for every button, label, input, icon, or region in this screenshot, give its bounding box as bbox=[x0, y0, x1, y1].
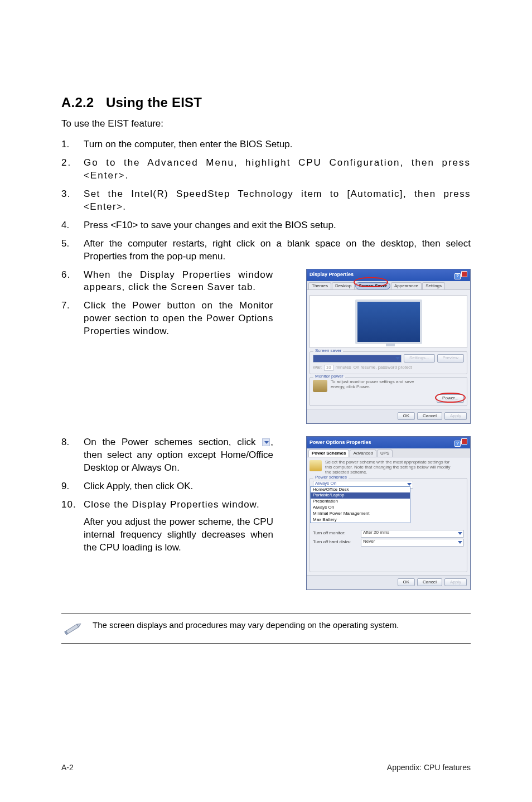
chevron-down-icon bbox=[262, 438, 270, 446]
win2-ok-button[interactable]: OK bbox=[398, 578, 415, 587]
win1-ok-button[interactable]: OK bbox=[398, 412, 415, 421]
scheme-option[interactable]: Presentation bbox=[311, 499, 410, 505]
step-8: On the Power schemes section, click , th… bbox=[61, 436, 273, 475]
power-options-window: Power Options Properties ? Power Schemes… bbox=[306, 436, 471, 590]
tab-power-schemes[interactable]: Power Schemes bbox=[308, 450, 349, 457]
step-10: Close the Display Properties window. Aft… bbox=[61, 499, 273, 554]
screensaver-group-label: Screen saver bbox=[313, 349, 343, 354]
turn-off-monitor-label: Turn off monitor: bbox=[313, 531, 357, 536]
window-controls[interactable]: ? bbox=[454, 271, 467, 279]
step-7: Click the Power button on the Monitor po… bbox=[61, 299, 273, 338]
note-text: The screen displays and procedures may v… bbox=[93, 614, 399, 636]
step-6: When the Display Properties window appea… bbox=[61, 269, 273, 294]
turn-off-hd-select[interactable]: Never bbox=[361, 539, 464, 547]
win1-apply-button[interactable]: Apply bbox=[444, 412, 467, 421]
wait-minutes: minutes bbox=[336, 365, 351, 370]
tab-settings[interactable]: Settings bbox=[422, 282, 445, 290]
monitor-power-note: To adjust monitor power settings and sav… bbox=[331, 380, 425, 390]
wait-label: Wait bbox=[313, 365, 322, 370]
step-2: Go to the Advanced Menu, highlight CPU C… bbox=[61, 157, 471, 182]
monitor-power-group-label: Monitor power bbox=[313, 374, 345, 379]
screensaver-preview bbox=[309, 295, 467, 348]
page-footer: A-2 Appendix: CPU features bbox=[61, 763, 471, 772]
win1-cancel-button[interactable]: Cancel bbox=[417, 412, 442, 421]
power-button-highlight bbox=[435, 393, 466, 403]
scheme-option[interactable]: Home/Office Desk bbox=[311, 487, 410, 493]
step-3: Set the Intel(R) SpeedStep Technology it… bbox=[61, 188, 471, 214]
step-9: Click Apply, then click OK. bbox=[61, 480, 273, 493]
scheme-option[interactable]: Max Battery bbox=[311, 517, 410, 523]
win1-title: Display Properties bbox=[309, 272, 354, 278]
win2-cancel-button[interactable]: Cancel bbox=[417, 578, 442, 587]
window-controls[interactable]: ? bbox=[454, 438, 467, 447]
tab-desktop[interactable]: Desktop bbox=[332, 282, 355, 290]
wait-value[interactable]: 10 bbox=[324, 365, 333, 371]
footer-page-number: A-2 bbox=[61, 763, 74, 772]
intro-text: To use the EIST feature: bbox=[61, 118, 471, 129]
win2-apply-button[interactable]: Apply bbox=[444, 578, 467, 587]
footer-chapter: Appendix: CPU features bbox=[387, 763, 471, 772]
section-title-text: Using the EIST bbox=[106, 95, 202, 110]
turn-off-hd-label: Turn off hard disks: bbox=[313, 540, 357, 545]
scheme-option[interactable]: Portable/Laptop bbox=[311, 492, 410, 499]
tab-advanced[interactable]: Advanced bbox=[350, 450, 376, 457]
power-schemes-group-label: Power schemes bbox=[313, 475, 349, 480]
scheme-option[interactable]: Minimal Power Management bbox=[311, 511, 410, 517]
win2-title: Power Options Properties bbox=[309, 440, 371, 446]
note-box: The screen displays and procedures may v… bbox=[61, 613, 471, 644]
power-icon bbox=[309, 460, 322, 471]
section-number: A.2.2 bbox=[61, 95, 106, 110]
tab-ups[interactable]: UPS bbox=[377, 450, 393, 457]
tab-appearance[interactable]: Appearance bbox=[391, 282, 422, 290]
scheme-option[interactable]: Always On bbox=[311, 505, 410, 511]
win2-desc: Select the power scheme with the most ap… bbox=[325, 460, 453, 475]
step-list: Turn on the computer, then enter the BIO… bbox=[61, 138, 471, 263]
screensaver-settings-button[interactable]: Settings... bbox=[404, 354, 435, 363]
step-5: After the computer restarts, right click… bbox=[61, 238, 471, 263]
screensaver-select[interactable] bbox=[313, 355, 402, 363]
step-4: Press <F10> to save your changes and exi… bbox=[61, 219, 471, 232]
section-heading: A.2.2Using the EIST bbox=[61, 95, 471, 110]
screensaver-preview-button[interactable]: Preview bbox=[437, 354, 464, 363]
screensaver-tab-highlight bbox=[354, 277, 388, 287]
display-properties-window: Display Properties ? Themes Desktop Scre… bbox=[306, 269, 471, 424]
monitor-power-icon bbox=[313, 380, 327, 392]
turn-off-monitor-select[interactable]: After 20 mins bbox=[361, 530, 464, 538]
step-1: Turn on the computer, then enter the BIO… bbox=[61, 138, 471, 151]
after-adjust-note: After you adjust the power scheme, the C… bbox=[84, 516, 273, 554]
pencil-icon bbox=[61, 614, 85, 643]
resume-checkbox-label[interactable]: On resume, password protect bbox=[354, 365, 464, 370]
tab-themes[interactable]: Themes bbox=[308, 282, 331, 290]
power-scheme-options[interactable]: Home/Office Desk Portable/Laptop Present… bbox=[310, 486, 410, 524]
